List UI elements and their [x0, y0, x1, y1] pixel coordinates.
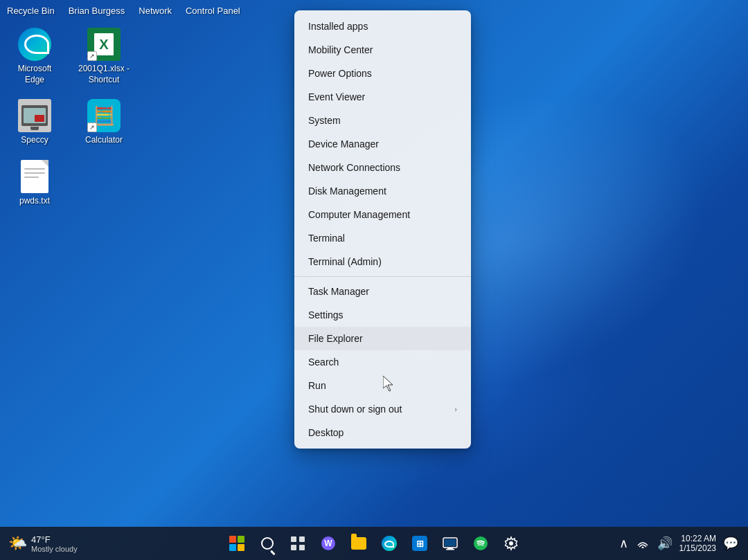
edge-label: MicrosoftEdge: [18, 64, 52, 85]
menu-item-event-viewer[interactable]: Event Viewer: [294, 85, 471, 109]
settings-gear-icon: [504, 536, 519, 551]
svg-rect-4: [299, 545, 305, 550]
clock-date: 1/15/2023: [679, 543, 716, 553]
spotify-button[interactable]: [467, 530, 495, 557]
taskbar-right: ∧ 🔊 10:22 AM 1/15/2023 💬: [618, 534, 740, 553]
svg-rect-12: [445, 539, 456, 546]
ms-store-icon: ⊞: [412, 536, 427, 551]
menu-item-mobility-center[interactable]: Mobility Center: [294, 38, 471, 62]
menu-item-settings[interactable]: Settings: [294, 303, 471, 327]
weather-icon: 🌤️: [8, 534, 27, 552]
taskbar-center: W ⊞: [223, 530, 525, 557]
menu-item-search[interactable]: Search: [294, 350, 471, 374]
svg-text:⊞: ⊞: [416, 539, 424, 549]
shortcut-arrow-excel: ↗: [87, 51, 97, 61]
file-explorer-icon: [351, 537, 366, 550]
menu-item-device-manager[interactable]: Device Manager: [294, 132, 471, 156]
calculator-label: Calculator: [85, 135, 123, 146]
speccy-label: Speccy: [21, 135, 48, 146]
taskbar-edge-icon: [382, 536, 397, 551]
clock-time: 10:22 AM: [679, 534, 716, 543]
windows-logo: [229, 536, 244, 551]
svg-point-13: [474, 536, 488, 550]
recycle-bin-label[interactable]: Recycle Bin: [7, 6, 55, 16]
svg-rect-3: [291, 545, 296, 550]
pwds-icon-item[interactable]: pwds.txt: [7, 160, 62, 207]
menu-separator-1: [294, 276, 471, 277]
file-explorer-button[interactable]: [345, 530, 373, 557]
notification-icon[interactable]: 💬: [722, 534, 740, 552]
shortcut-arrow-calc: ↗: [87, 123, 97, 132]
weather-info: 47°F Mostly cloudy: [31, 534, 78, 553]
taskbar-edge-button[interactable]: [375, 530, 403, 557]
time-display[interactable]: 10:22 AM 1/15/2023: [679, 534, 716, 553]
weather-temp: 47°F: [31, 534, 78, 545]
network-tray-icon[interactable]: [635, 534, 650, 553]
taskbar: 🌤️ 47°F Mostly cloudy: [0, 527, 748, 560]
weather-desc: Mostly cloudy: [31, 545, 78, 553]
svg-rect-2: [299, 536, 305, 542]
menu-item-terminal[interactable]: Terminal: [294, 226, 471, 250]
desktop-label-bar: Recycle Bin Brian Burgess Network Contro…: [0, 0, 247, 21]
shut-down-arrow: ›: [454, 405, 457, 413]
menu-item-power-options[interactable]: Power Options: [294, 62, 471, 85]
remote-desktop-button[interactable]: [436, 530, 464, 557]
menu-item-file-explorer[interactable]: File Explorer: [294, 327, 471, 350]
svg-rect-10: [447, 548, 453, 549]
svg-point-14: [509, 541, 513, 545]
ms-store-button[interactable]: ⊞: [406, 530, 434, 557]
pwds-label: pwds.txt: [19, 196, 50, 207]
menu-item-terminal-admin[interactable]: Terminal (Admin): [294, 250, 471, 273]
menu-item-system[interactable]: System: [294, 109, 471, 132]
menu-item-task-manager[interactable]: Task Manager: [294, 280, 471, 303]
task-view-icon: [290, 536, 305, 551]
control-panel-label[interactable]: Control Panel: [186, 6, 240, 16]
menu-item-run[interactable]: Run: [294, 374, 471, 397]
volume-tray-icon[interactable]: 🔊: [656, 534, 674, 552]
svg-rect-11: [446, 549, 454, 550]
brian-burgess-label[interactable]: Brian Burgess: [69, 6, 125, 16]
remote-desktop-icon: [443, 536, 458, 551]
system-tray[interactable]: ∧: [618, 534, 630, 552]
taskbar-settings-button[interactable]: [497, 530, 525, 557]
menu-item-shut-down[interactable]: Shut down or sign out ›: [294, 397, 471, 421]
speccy-icon-item[interactable]: Speccy: [7, 99, 62, 146]
desktop: Recycle Bin Brian Burgess Network Contro…: [0, 0, 748, 560]
context-menu: Installed apps Mobility Center Power Opt…: [294, 10, 471, 449]
menu-item-desktop[interactable]: Desktop: [294, 421, 471, 444]
task-view-button[interactable]: [284, 530, 312, 557]
svg-point-15: [641, 546, 643, 548]
network-label[interactable]: Network: [139, 6, 172, 16]
start-button[interactable]: [223, 530, 251, 557]
menu-item-network-connections[interactable]: Network Connections: [294, 156, 471, 179]
taskbar-search-button[interactable]: [253, 530, 281, 557]
desktop-icons: MicrosoftEdge X ↗ 2001Q1.xlsx -Shortcut: [7, 28, 132, 206]
excel-icon-item[interactable]: X ↗ 2001Q1.xlsx -Shortcut: [76, 28, 132, 85]
edge-icon: [18, 28, 51, 61]
txt-icon: [21, 160, 48, 193]
spotify-icon: [473, 536, 488, 551]
excel-label: 2001Q1.xlsx -Shortcut: [78, 64, 130, 85]
menu-item-installed-apps[interactable]: Installed apps: [294, 15, 471, 38]
speccy-icon: [18, 99, 51, 132]
edge-icon-item[interactable]: MicrosoftEdge: [7, 28, 62, 85]
calculator-icon-item[interactable]: 🧮 ↗ Calculator: [76, 99, 132, 146]
taskbar-left: 🌤️ 47°F Mostly cloudy: [8, 534, 119, 553]
menu-item-computer-management[interactable]: Computer Management: [294, 203, 471, 226]
menu-item-disk-management[interactable]: Disk Management: [294, 179, 471, 203]
webex-button[interactable]: W: [314, 530, 342, 557]
svg-rect-1: [291, 536, 296, 542]
webex-icon: W: [321, 536, 336, 551]
network-icon: [636, 536, 649, 548]
search-icon: [261, 537, 274, 550]
svg-text:W: W: [324, 539, 332, 548]
